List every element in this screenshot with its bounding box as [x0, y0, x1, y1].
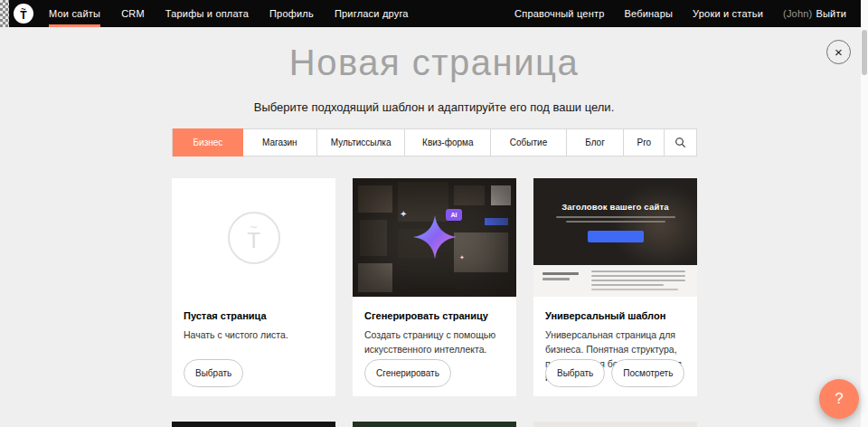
- template-card-ai-generate: ✦ ✦ AI Сгенерировать страницу Создать ст…: [353, 178, 516, 396]
- tab-blog[interactable]: Блог: [567, 129, 624, 156]
- card-description: Начать с чистого листа.: [184, 328, 324, 343]
- nav-profile[interactable]: Профиль: [269, 0, 314, 27]
- preview-heading: Заголовок вашего сайта: [533, 202, 697, 212]
- secondary-nav: Справочный центр Вебинары Уроки и статьи…: [514, 0, 846, 27]
- scrollbar-track[interactable]: [861, 0, 868, 427]
- preview-text-section: [533, 265, 697, 297]
- logo-letter: T: [20, 11, 26, 21]
- preview-hero: Заголовок вашего сайта: [533, 178, 697, 265]
- nav-invite-friend[interactable]: Пригласи друга: [335, 0, 409, 27]
- tab-multilink[interactable]: Мультиссылка: [317, 129, 406, 156]
- view-universal-button[interactable]: Посмотреть: [611, 359, 684, 387]
- choose-blank-button[interactable]: Выбрать: [184, 359, 243, 387]
- universal-template-preview: Заголовок вашего сайта: [533, 178, 697, 297]
- card-description: Создать страницу с помощью искусственног…: [364, 328, 505, 357]
- tilda-watermark-icon: ~T: [228, 212, 280, 264]
- card-title: Пустая страница: [184, 310, 324, 321]
- ai-generate-preview: ✦ ✦ AI: [353, 178, 516, 297]
- tab-event[interactable]: Событие: [491, 129, 567, 156]
- tab-pro[interactable]: Pro: [624, 129, 665, 156]
- logout-label: Выйти: [816, 8, 846, 19]
- tilda-logo[interactable]: ~ T: [14, 4, 33, 24]
- tab-search[interactable]: [665, 129, 696, 156]
- nav-crm[interactable]: CRM: [121, 0, 145, 27]
- scrollbar-thumb[interactable]: [862, 30, 867, 75]
- tab-store[interactable]: Магазин: [243, 129, 317, 156]
- template-card-blank-page: ~T Пустая страница Начать с чистого лист…: [172, 178, 335, 396]
- card-title: Сгенерировать страницу: [364, 310, 505, 321]
- preview-subtext: [533, 216, 697, 225]
- help-button[interactable]: ?: [819, 379, 859, 419]
- search-icon: [675, 137, 686, 148]
- nav-logout[interactable]: (John) Выйти: [783, 0, 846, 27]
- primary-nav: Мои сайты CRM Тарифы и оплата Профиль Пр…: [49, 0, 409, 27]
- nav-plans-payment[interactable]: Тарифы и оплата: [165, 0, 249, 27]
- nav-my-sites[interactable]: Мои сайты: [49, 0, 100, 27]
- partial-template-card[interactable]: [353, 422, 516, 427]
- edge-texture: [0, 0, 9, 27]
- small-sparkle-icon: ✦: [459, 254, 465, 261]
- partial-template-card[interactable]: [172, 422, 335, 427]
- nav-webinars[interactable]: Вебинары: [624, 0, 673, 27]
- blank-page-preview: ~T: [172, 178, 335, 297]
- topbar: ~ T Мои сайты CRM Тарифы и оплата Профил…: [0, 0, 861, 27]
- nav-help-center[interactable]: Справочный центр: [514, 0, 604, 27]
- partial-template-card[interactable]: [533, 422, 697, 427]
- page-title: Новая страница: [0, 43, 868, 83]
- page-subtitle: Выберите подходящий шаблон и адаптируйте…: [0, 100, 868, 114]
- template-card-universal: Заголовок вашего сайта Универсальный шаб…: [533, 178, 697, 396]
- small-sparkle-icon: ✦: [400, 209, 407, 219]
- preview-cta-button: [588, 231, 644, 242]
- template-category-tabs: Бизнес Магазин Мультиссылка Квиз-форма С…: [172, 128, 697, 157]
- nav-lessons-articles[interactable]: Уроки и статьи: [693, 0, 763, 27]
- tab-business[interactable]: Бизнес: [173, 128, 243, 157]
- generate-button[interactable]: Сгенерировать: [364, 359, 451, 387]
- username: (John): [783, 8, 812, 19]
- card-title: Универсальный шаблон: [545, 310, 685, 321]
- choose-universal-button[interactable]: Выбрать: [545, 359, 605, 387]
- tab-quiz-form[interactable]: Квиз-форма: [405, 129, 491, 156]
- ai-badge: AI: [446, 209, 462, 221]
